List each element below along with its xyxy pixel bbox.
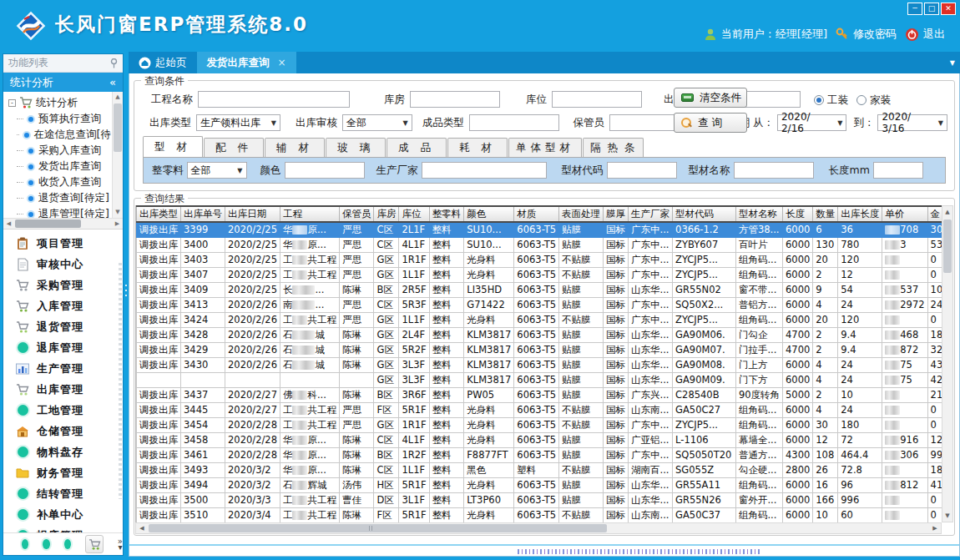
tree-vertical-scrollbar[interactable]: ▲ ▼ xyxy=(112,92,123,218)
table-row[interactable]: 调拨出库35102020/3/4工共工程陈琳F区5R1F整料光身料6063-T5… xyxy=(137,507,942,522)
table-row[interactable]: 调拨出库35002020/3/3工共工程曹佳D区3L1F整料LT3P606063… xyxy=(137,492,942,507)
material-tab[interactable]: 配 件 xyxy=(204,138,264,157)
scroll-right-icon[interactable]: ▶ xyxy=(112,219,123,230)
minimize-button[interactable]: ─ xyxy=(907,3,922,15)
table-row[interactable]: 调拨出库34542020/2/28工共工程严思G区1R1F整料光身料6063-T… xyxy=(137,417,942,432)
column-header[interactable]: 颜色 xyxy=(464,206,514,222)
sidebar-item-chart[interactable]: 生产管理 xyxy=(3,358,123,379)
search-button[interactable]: 查 询 xyxy=(674,113,747,133)
table-row[interactable]: 调拨出库34002020/2/25华原...严思C区4L1F整料SU10...6… xyxy=(137,237,942,252)
tree-item[interactable]: 退货查询[待定] xyxy=(17,190,111,206)
table-row[interactable]: 调拨出库34072020/2/25工共工程严思G区1L1F整料光身料6063-T… xyxy=(137,267,942,282)
table-horizontal-scrollbar[interactable]: ◀ ▶ xyxy=(135,522,942,534)
column-header[interactable]: 金 xyxy=(927,206,942,222)
quick-module-1-icon[interactable] xyxy=(22,539,28,549)
table-row[interactable]: 调拨出库34132020/2/26南...严思C区5R3F整料G71422606… xyxy=(137,297,942,312)
sidebar-item-dot[interactable]: 报废管理 xyxy=(3,525,123,532)
date-from-picker[interactable]: 2020/ 2/16▼ xyxy=(777,114,847,131)
sidebar-item-cart-return[interactable]: 退货管理 xyxy=(3,316,123,337)
table-row[interactable]: 调拨出库34942020/3/2石辉城汤伟H区5R1F整料光身料6063-T5贴… xyxy=(137,477,942,492)
logout-button[interactable]: 退出 xyxy=(905,27,945,42)
column-header[interactable]: 单价 xyxy=(882,206,927,222)
column-header[interactable]: 材质 xyxy=(514,206,559,222)
tree-expander-icon[interactable]: - xyxy=(8,99,16,107)
scroll-left-icon[interactable]: ◀ xyxy=(136,523,148,533)
scroll-up-icon[interactable]: ▲ xyxy=(942,206,952,218)
column-header[interactable]: 出库类型 xyxy=(137,206,181,222)
close-button[interactable]: ✕ xyxy=(941,3,956,15)
whole-part-select[interactable]: 全部▼ xyxy=(187,162,247,179)
radio-home-icon[interactable] xyxy=(856,95,867,105)
sidebar-item-dot[interactable]: 退库管理 xyxy=(3,337,123,358)
sidebar-item-dot[interactable]: 工地管理 xyxy=(3,400,123,421)
sidebar-item-clipboard[interactable]: 项目管理 xyxy=(3,233,123,254)
column-header[interactable]: 型材名称 xyxy=(735,206,782,222)
table-row[interactable]: 调拨出库34372020/2/27佛科...陈琳B区3R6F整料PW056063… xyxy=(137,387,942,402)
table-row[interactable]: 调拨出库33992020/2/25华原...严思C区2L1F整料SU10...6… xyxy=(137,222,942,237)
tab-overflow-icon[interactable]: ▼ xyxy=(950,59,955,67)
scroll-left-icon[interactable]: ◀ xyxy=(3,219,14,230)
table-row[interactable]: G区3L3F整料KLM38176063-T5贴膜国标山东华...GA90M09.… xyxy=(137,372,942,387)
color-input[interactable] xyxy=(285,162,365,179)
audit-select[interactable]: 全部▼ xyxy=(342,114,412,131)
radio-work-icon[interactable] xyxy=(814,95,824,105)
sidebar-item-warehouse[interactable]: 仓储管理 xyxy=(3,421,123,441)
menu-scrollbar[interactable] xyxy=(119,263,122,499)
column-header[interactable]: 整零料 xyxy=(429,206,464,222)
column-header[interactable]: 型材代码 xyxy=(673,206,736,222)
tree-item[interactable]: 预算执行查询 xyxy=(17,111,111,127)
radio-home[interactable]: 家装 xyxy=(856,91,899,108)
outbound-type-select[interactable]: 生产领料出库▼ xyxy=(196,114,280,131)
table-row[interactable]: 调拨出库34612020/2/28华原...陈琳B区1R2F整料F8877FT6… xyxy=(137,447,942,462)
pin-icon[interactable] xyxy=(110,58,118,68)
quick-module-2-icon[interactable] xyxy=(43,539,49,549)
change-password-button[interactable]: 修改密码 xyxy=(836,27,897,42)
more-modules-button[interactable]: »▾ xyxy=(118,538,123,550)
material-tab[interactable]: 耗 材 xyxy=(447,138,508,157)
quick-module-3-icon[interactable] xyxy=(64,539,71,549)
sidebar-item-cart-in[interactable]: 入库管理 xyxy=(3,295,123,316)
sidebar-item-cart-out[interactable]: 出库管理 xyxy=(3,379,123,400)
table-row[interactable]: 调拨出库34582020/2/28华原...陈琳C区4L1F整料光身料6063-… xyxy=(137,432,942,447)
column-header[interactable]: 表面处理 xyxy=(559,206,604,222)
scroll-down-icon[interactable]: ▼ xyxy=(113,207,123,218)
sidebar-section-header[interactable]: 统计分析 « xyxy=(3,73,123,92)
tree-item[interactable]: 采购入库查询 xyxy=(17,143,111,159)
column-header[interactable]: 生产厂家 xyxy=(629,206,673,222)
table-row[interactable]: 调拨出库34452020/2/27工共工程严思F区5R1F整料光身料6063-T… xyxy=(137,402,942,417)
collapse-icon[interactable]: « xyxy=(109,76,116,88)
warehouse-input[interactable] xyxy=(410,91,500,108)
tab-home[interactable]: 起始页 xyxy=(129,52,197,73)
column-header[interactable]: 长度 xyxy=(783,206,813,222)
tree-item[interactable]: 在途信息查询[待 xyxy=(17,127,111,143)
column-header[interactable]: 工程 xyxy=(280,206,339,222)
table-vertical-scrollbar[interactable]: ▲ ▼ xyxy=(942,205,953,522)
tree-item[interactable]: 发货出库查询 xyxy=(17,159,111,174)
location-input[interactable] xyxy=(552,91,642,108)
material-tab[interactable]: 隔 热 条 xyxy=(583,138,644,157)
manufacturer-input[interactable] xyxy=(422,162,547,179)
material-tab[interactable]: 辅 材 xyxy=(265,138,325,157)
sidebar-item-cart[interactable]: 采购管理 xyxy=(3,275,123,295)
material-tab[interactable]: 单体型材 xyxy=(508,138,582,157)
sidebar-item-dot[interactable]: 物料盘存 xyxy=(3,441,123,462)
table-row[interactable]: 调拨出库34302020/2/26石城陈琳G区3L3F整料KLM38176063… xyxy=(137,357,942,372)
material-tab[interactable]: 成 品 xyxy=(387,138,447,157)
sidebar-item-folder[interactable]: 财务管理 xyxy=(3,462,123,483)
profile-name-input[interactable] xyxy=(734,162,814,179)
column-header[interactable]: 出库日期 xyxy=(225,206,280,222)
radio-work[interactable]: 工装 xyxy=(814,91,856,108)
material-tab[interactable]: 玻 璃 xyxy=(326,138,386,157)
cart-shortcut-button[interactable] xyxy=(85,535,104,553)
material-tab[interactable]: 型 材 xyxy=(143,136,203,157)
tree-item[interactable]: 收货入库查询 xyxy=(17,174,111,190)
tree-item[interactable]: 退库管理[待定] xyxy=(17,206,111,219)
table-row[interactable]: 调拨出库34032020/2/25工共工程严思G区1R1F整料光身料6063-T… xyxy=(137,252,942,267)
table-row[interactable]: 调拨出库34092020/2/25长...陈琳B区2R5F整料LI35HD606… xyxy=(137,282,942,297)
product-type-input[interactable] xyxy=(469,114,559,131)
table-row[interactable]: 调拨出库34292020/2/26石城陈琳G区5R2F整料KLM38176063… xyxy=(137,342,942,357)
column-header[interactable]: 库房 xyxy=(374,206,399,222)
column-header[interactable]: 膜厚 xyxy=(604,206,629,222)
date-to-picker[interactable]: 2020/ 3/16▼ xyxy=(877,114,947,131)
tree-horizontal-scrollbar[interactable]: ◀ ▶ xyxy=(3,219,123,230)
